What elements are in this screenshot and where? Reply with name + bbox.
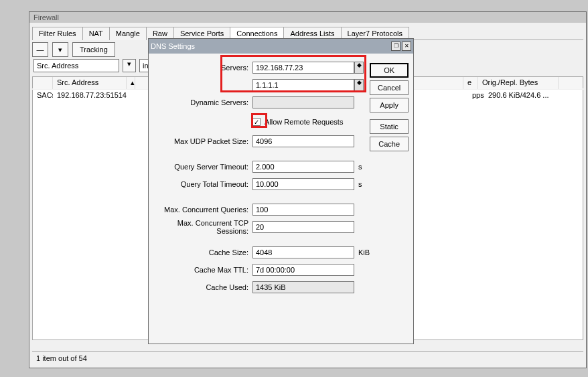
max-udp-field[interactable]	[252, 135, 354, 147]
allow-remote-checkbox[interactable]	[252, 118, 261, 126]
max-udp-label: Max UDP Packet Size:	[149, 137, 252, 145]
tracking-button[interactable]: Tracking	[72, 42, 115, 57]
max-concurrent-queries-label: Max. Concurrent Queries:	[149, 206, 252, 214]
cache-max-ttl-label: Cache Max TTL:	[149, 266, 252, 274]
cell-src: 192.168.77.23:51514	[53, 90, 137, 102]
cell-tag: pps	[468, 90, 484, 102]
caret-down-icon: ▾	[123, 60, 135, 68]
spinner-icon: ◆	[355, 62, 363, 68]
cache-size-label: Cache Size:	[149, 248, 252, 256]
filter-field-select[interactable]	[33, 59, 119, 72]
cell-bytes: 290.6 KiB/424.6 ...	[484, 90, 565, 102]
servers-spinner-2[interactable]: ◆	[354, 79, 364, 91]
tab-nat[interactable]: NAT	[82, 27, 110, 40]
max-concurrent-queries-field[interactable]	[252, 204, 354, 216]
dns-titlebar[interactable]: DNS Settings ❐ ✕	[149, 39, 413, 54]
dynamic-servers-field	[252, 96, 354, 108]
dns-settings-window: DNS Settings ❐ ✕ Servers: ◆ ◆ Dynamic Se…	[148, 38, 414, 344]
query-total-timeout-label: Query Total Timeout:	[149, 180, 252, 188]
servers-field-1[interactable]	[252, 62, 354, 74]
query-server-timeout-field[interactable]	[252, 161, 354, 173]
firewall-titlebar[interactable]: Firewall	[29, 12, 586, 23]
col-orig-repl-bytes[interactable]: Orig./Repl. Bytes	[478, 77, 559, 89]
query-total-timeout-field[interactable]	[252, 178, 354, 190]
filter-icon-button[interactable]: ▾	[52, 42, 68, 57]
dns-title-text: DNS Settings	[151, 42, 195, 50]
allow-remote-label: Allow Remote Requests	[265, 118, 343, 126]
cache-used-field	[252, 281, 354, 293]
ok-button[interactable]: OK	[370, 63, 409, 78]
cache-max-ttl-field[interactable]	[252, 264, 354, 276]
tab-mangle[interactable]: Mangle	[109, 27, 147, 40]
window-button-close[interactable]: ✕	[402, 42, 411, 51]
static-button[interactable]: Static	[370, 119, 409, 134]
query-server-timeout-label: Query Server Timeout:	[149, 163, 252, 171]
servers-field-2[interactable]	[252, 79, 354, 91]
cache-button[interactable]: Cache	[370, 137, 409, 151]
col-sort-icon[interactable]: ▴	[127, 77, 135, 89]
col-blank[interactable]	[33, 77, 53, 89]
window-button-restore[interactable]: ❐	[391, 42, 400, 51]
servers-label: Servers:	[149, 64, 252, 72]
query-total-timeout-unit: s	[358, 180, 362, 188]
apply-button[interactable]: Apply	[370, 98, 409, 112]
cache-used-label: Cache Used:	[149, 283, 252, 291]
filter-field-caret[interactable]: ▾	[123, 59, 136, 72]
dynamic-servers-label: Dynamic Servers:	[149, 98, 252, 106]
status-bar: 1 item out of 54	[32, 351, 583, 365]
col-e[interactable]: e	[463, 77, 478, 89]
spinner-icon: ◆	[355, 80, 363, 86]
max-concurrent-tcp-label: Max. Concurrent TCP Sessions:	[149, 219, 252, 235]
remove-button[interactable]: —	[32, 42, 48, 57]
funnel-icon: ▾	[58, 46, 62, 54]
tab-filter-rules[interactable]: Filter Rules	[32, 27, 83, 40]
col-src-address[interactable]: Src. Address	[53, 77, 127, 89]
servers-spinner-1[interactable]: ◆	[354, 62, 364, 74]
max-concurrent-tcp-field[interactable]	[252, 221, 354, 233]
query-server-timeout-unit: s	[358, 163, 362, 171]
cancel-button[interactable]: Cancel	[370, 80, 409, 95]
firewall-title: Firewall	[33, 13, 59, 21]
cell-proto: SACs	[33, 90, 53, 102]
cache-size-unit: KiB	[358, 248, 370, 256]
cache-size-field[interactable]	[252, 246, 354, 258]
